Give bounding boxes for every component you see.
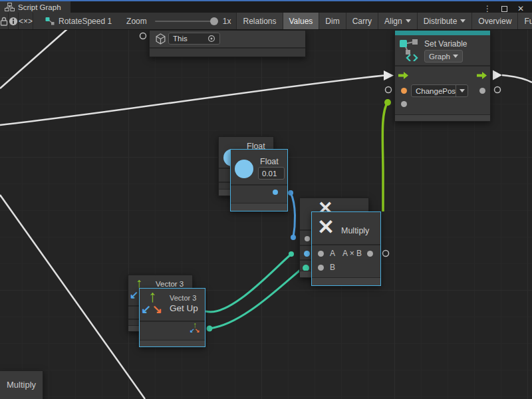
tab-bar: Script Graph ⋮ ✕ (0, 0, 532, 13)
code-preview-button[interactable]: <×> (19, 13, 33, 30)
input-a-label: A (330, 249, 335, 258)
flow-in-port[interactable] (398, 72, 409, 79)
set-variable-graph-icon (399, 39, 420, 61)
port-ghost[interactable] (305, 236, 310, 241)
node-title: Float (260, 157, 279, 166)
breadcrumb-label: RotateSpeed 1 (59, 17, 112, 26)
unconnected-port-circle[interactable] (495, 87, 501, 93)
node-footer (395, 114, 490, 121)
node-title: Multiply (341, 226, 369, 235)
set-variable-node[interactable]: Set Variable Graph ChangePos (394, 30, 491, 122)
flow-wire-out-right[interactable] (502, 75, 532, 82)
window-controls: ⋮ ✕ (483, 5, 532, 13)
graph-hierarchy-icon (5, 3, 15, 11)
variable-name-dropdown[interactable]: ChangePos (411, 84, 468, 97)
vector3-out-port[interactable]: ↑ ↙ ↘ (189, 322, 202, 336)
flow-wire-bottomleft[interactable] (0, 195, 145, 399)
float-value: 0.01 (262, 170, 277, 178)
chevron-down-icon (453, 55, 458, 58)
breadcrumb[interactable]: RotateSpeed 1 (45, 13, 112, 30)
graph-node-icon (45, 17, 55, 26)
zoom-value: 1x (223, 13, 231, 30)
chevron-down-icon (406, 19, 411, 23)
toolbar-button-carry[interactable]: Carry (346, 13, 378, 30)
toolbar-button-overview[interactable]: Overview (472, 13, 518, 30)
this-node[interactable]: This (149, 30, 306, 57)
output-label: A × B (342, 249, 362, 258)
value-wire-float-to-multiply[interactable] (291, 193, 295, 237)
toolbar-button-distribute[interactable]: Distribute (418, 13, 473, 30)
zoom-label: Zoom (126, 13, 147, 30)
value-in-port[interactable] (401, 101, 407, 107)
multiply-corner-node[interactable]: Multiply (0, 370, 43, 399)
unconnected-port-circle[interactable] (140, 33, 146, 39)
node-title: Multiply (7, 380, 36, 390)
menu-icon[interactable]: ⋮ (483, 5, 491, 13)
float-node[interactable]: Float 0.01 (230, 149, 288, 211)
code-icon: <×> (19, 17, 33, 26)
lock-icon (0, 17, 8, 26)
down-right-arrow-icon: ↘ (152, 302, 162, 317)
flow-arrowhead-in (384, 70, 394, 80)
chevron-down-icon (460, 19, 466, 23)
toolbar-button-align[interactable]: Align (378, 13, 418, 30)
flow-out-port[interactable] (477, 72, 487, 79)
wire-cap (291, 235, 296, 240)
node-title: Set Variable (424, 39, 467, 49)
graph-toolbar: <×> RotateSpeed 1 Zoom 1x Relations Valu… (0, 13, 532, 30)
variable-name-port[interactable] (401, 88, 407, 94)
down-left-arrow-icon: ↙ (141, 302, 151, 317)
zoom-slider-handle[interactable] (210, 17, 218, 25)
float-value-field[interactable]: 0.01 (258, 167, 285, 180)
node-title: Vector 3 (156, 280, 184, 288)
unconnected-port-circle[interactable] (386, 87, 392, 93)
variable-scope-dropdown[interactable]: Graph (424, 50, 463, 63)
vector3-get-up-node[interactable]: ↑ ↙ ↘ Vector 3 Get Up ↑ ↙ ↘ (139, 288, 205, 347)
zoom-slider[interactable] (155, 21, 215, 22)
float-icon (235, 160, 253, 178)
wire-cap (207, 326, 213, 332)
node-accent-stripe (395, 31, 490, 35)
gameobject-cube-icon (155, 33, 166, 45)
value-out-port[interactable] (479, 88, 485, 94)
node-body (150, 49, 305, 57)
info-icon (9, 17, 18, 26)
chevron-down-icon (460, 89, 465, 92)
float-out-port[interactable] (273, 190, 278, 195)
unconnected-port-circle[interactable] (383, 251, 389, 257)
toolbar-button-relations[interactable]: Relations (237, 13, 283, 30)
node-subtitle-type: Vector 3 (170, 294, 196, 302)
toolbar-button-values[interactable]: Values (283, 13, 320, 30)
toolbar-button-fullscreen[interactable]: Full Screen (518, 13, 532, 30)
this-field-value: This (173, 35, 188, 43)
this-object-field[interactable]: This (168, 33, 220, 45)
info-button[interactable] (9, 13, 18, 30)
node-footer (231, 203, 287, 211)
wire-cap (384, 99, 391, 106)
value-wire-vector3-to-multiply[interactable] (209, 269, 302, 329)
input-b-port[interactable] (318, 265, 324, 271)
multiply-node[interactable]: ✕ Multiply A A × B B (311, 211, 381, 286)
port-a-connected[interactable] (304, 251, 310, 257)
object-picker-icon[interactable] (207, 35, 215, 43)
variable-name-value: ChangePos (416, 87, 456, 95)
result-out-port[interactable] (367, 251, 373, 257)
flow-arrowhead-out (493, 70, 502, 80)
scope-value: Graph (429, 53, 450, 61)
window-accent-line (0, 0, 532, 1)
value-wire-vector3-ghost-to-multiply[interactable] (205, 255, 291, 312)
node-title: Get Up (170, 303, 198, 313)
lock-button[interactable] (0, 13, 8, 30)
multiply-icon: ✕ (317, 217, 334, 237)
toolbar-button-dim[interactable]: Dim (319, 13, 346, 30)
value-wire-multiply-to-set-variable[interactable] (382, 102, 388, 211)
flow-wire-topleft[interactable] (0, 28, 68, 88)
tab-title: Script Graph (18, 3, 61, 11)
flow-wire-into-set-variable[interactable] (0, 76, 384, 126)
maximize-icon[interactable] (501, 6, 507, 12)
input-a-port[interactable] (318, 251, 324, 257)
close-icon[interactable]: ✕ (517, 5, 524, 13)
tab-script-graph[interactable]: Script Graph (0, 1, 70, 13)
wire-cap (288, 190, 293, 196)
input-b-label: B (330, 263, 335, 272)
